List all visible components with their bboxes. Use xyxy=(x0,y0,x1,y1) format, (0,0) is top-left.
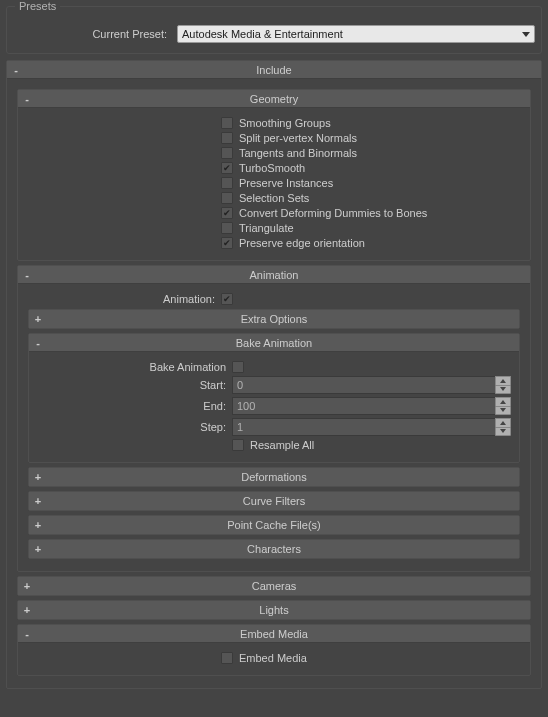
split-normals-label: Split per-vertex Normals xyxy=(239,132,357,144)
bake-enable-checkbox[interactable] xyxy=(232,361,244,373)
characters-toggle: + xyxy=(31,543,45,555)
animation-header[interactable]: - Animation xyxy=(18,266,530,284)
bake-end-up-button[interactable] xyxy=(495,397,511,406)
tangents-label: Tangents and Binormals xyxy=(239,147,357,159)
resample-all-label: Resample All xyxy=(250,439,314,451)
embed-media-toggle: - xyxy=(20,628,34,640)
include-header[interactable]: - Include xyxy=(7,61,541,79)
selection-sets-checkbox[interactable] xyxy=(221,192,233,204)
bake-start-input[interactable] xyxy=(232,376,495,394)
curve-filters-toggle: + xyxy=(31,495,45,507)
lights-toggle: + xyxy=(20,604,34,616)
bake-start-up-button[interactable] xyxy=(495,376,511,385)
bake-step-input[interactable] xyxy=(232,418,495,436)
turbosmooth-checkbox[interactable] xyxy=(221,162,233,174)
cameras-header[interactable]: + Cameras xyxy=(18,577,530,595)
extra-options-header[interactable]: + Extra Options xyxy=(29,310,519,328)
cameras-toggle: + xyxy=(20,580,34,592)
bake-start-label: Start: xyxy=(37,379,232,391)
characters-header[interactable]: + Characters xyxy=(29,540,519,558)
animation-section: - Animation Animation: + Extra Options xyxy=(17,265,531,572)
spinner-up-icon xyxy=(500,379,506,383)
lights-section: + Lights xyxy=(17,600,531,620)
preserve-edge-checkbox[interactable] xyxy=(221,237,233,249)
preserve-instances-label: Preserve Instances xyxy=(239,177,333,189)
chevron-down-icon xyxy=(522,32,530,37)
cameras-section: + Cameras xyxy=(17,576,531,596)
tangents-checkbox[interactable] xyxy=(221,147,233,159)
bake-step-down-button[interactable] xyxy=(495,427,511,437)
bake-animation-toggle: - xyxy=(31,337,45,349)
geometry-toggle: - xyxy=(20,93,34,105)
preserve-instances-checkbox[interactable] xyxy=(221,177,233,189)
split-normals-checkbox[interactable] xyxy=(221,132,233,144)
point-cache-title: Point Cache File(s) xyxy=(29,519,519,531)
deformations-section: + Deformations xyxy=(28,467,520,487)
spinner-down-icon xyxy=(500,408,506,412)
current-preset-label: Current Preset: xyxy=(13,28,173,40)
lights-title: Lights xyxy=(18,604,530,616)
embed-media-label: Embed Media xyxy=(239,652,307,664)
animation-title: Animation xyxy=(18,269,530,281)
resample-all-checkbox[interactable] xyxy=(232,439,244,451)
bake-end-down-button[interactable] xyxy=(495,406,511,416)
point-cache-toggle: + xyxy=(31,519,45,531)
spinner-down-icon xyxy=(500,387,506,391)
embed-media-checkbox[interactable] xyxy=(221,652,233,664)
smoothing-groups-checkbox[interactable] xyxy=(221,117,233,129)
current-preset-value: Autodesk Media & Entertainment xyxy=(182,28,343,40)
embed-media-section: - Embed Media Embed Media xyxy=(17,624,531,676)
bake-animation-title: Bake Animation xyxy=(29,337,519,349)
cameras-title: Cameras xyxy=(18,580,530,592)
curve-filters-title: Curve Filters xyxy=(29,495,519,507)
characters-title: Characters xyxy=(29,543,519,555)
convert-dummies-checkbox[interactable] xyxy=(221,207,233,219)
geometry-header[interactable]: - Geometry xyxy=(18,90,530,108)
convert-dummies-label: Convert Deforming Dummies to Bones xyxy=(239,207,427,219)
bake-end-input[interactable] xyxy=(232,397,495,415)
preserve-edge-label: Preserve edge orientation xyxy=(239,237,365,249)
embed-media-header[interactable]: - Embed Media xyxy=(18,625,530,643)
animation-toggle: - xyxy=(20,269,34,281)
bake-end-label: End: xyxy=(37,400,232,412)
include-title: Include xyxy=(7,64,541,76)
bake-animation-header[interactable]: - Bake Animation xyxy=(29,334,519,352)
extra-options-toggle: + xyxy=(31,313,45,325)
curve-filters-header[interactable]: + Curve Filters xyxy=(29,492,519,510)
include-section: - Include - Geometry Smoothing Groups Sp… xyxy=(6,60,542,689)
embed-media-title: Embed Media xyxy=(18,628,530,640)
extra-options-section: + Extra Options xyxy=(28,309,520,329)
triangulate-label: Triangulate xyxy=(239,222,294,234)
spinner-up-icon xyxy=(500,421,506,425)
point-cache-header[interactable]: + Point Cache File(s) xyxy=(29,516,519,534)
animation-enable-checkbox[interactable] xyxy=(221,293,233,305)
animation-enable-label: Animation: xyxy=(26,293,221,305)
geometry-title: Geometry xyxy=(18,93,530,105)
presets-legend: Presets xyxy=(15,0,60,12)
triangulate-checkbox[interactable] xyxy=(221,222,233,234)
selection-sets-label: Selection Sets xyxy=(239,192,309,204)
deformations-title: Deformations xyxy=(29,471,519,483)
deformations-toggle: + xyxy=(31,471,45,483)
spinner-down-icon xyxy=(500,429,506,433)
deformations-header[interactable]: + Deformations xyxy=(29,468,519,486)
curve-filters-section: + Curve Filters xyxy=(28,491,520,511)
bake-animation-section: - Bake Animation Bake Animation Start: xyxy=(28,333,520,463)
presets-fieldset: Presets Current Preset: Autodesk Media &… xyxy=(6,6,542,54)
turbosmooth-label: TurboSmooth xyxy=(239,162,305,174)
bake-step-up-button[interactable] xyxy=(495,418,511,427)
geometry-section: - Geometry Smoothing Groups Split per-ve… xyxy=(17,89,531,261)
current-preset-select[interactable]: Autodesk Media & Entertainment xyxy=(177,25,535,43)
lights-header[interactable]: + Lights xyxy=(18,601,530,619)
characters-section: + Characters xyxy=(28,539,520,559)
smoothing-groups-label: Smoothing Groups xyxy=(239,117,331,129)
point-cache-section: + Point Cache File(s) xyxy=(28,515,520,535)
bake-start-down-button[interactable] xyxy=(495,385,511,395)
extra-options-title: Extra Options xyxy=(29,313,519,325)
include-toggle: - xyxy=(9,64,23,76)
bake-enable-label: Bake Animation xyxy=(37,361,232,373)
bake-step-label: Step: xyxy=(37,421,232,433)
spinner-up-icon xyxy=(500,400,506,404)
